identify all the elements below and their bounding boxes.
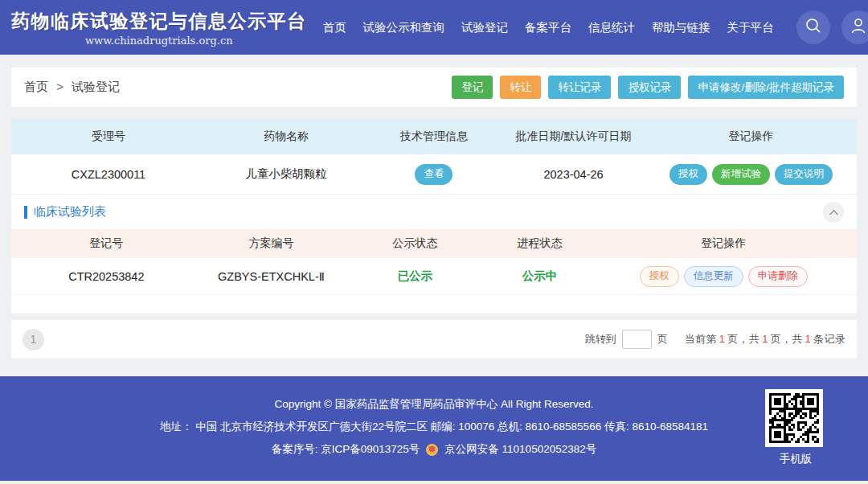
registration-no: CTR20253842 — [11, 270, 202, 283]
progress-status: 公示中 — [489, 269, 590, 284]
breadcrumb-bar: 首页 > 试验登记 登记 转让 转让记录 授权记录 申请修改/删除/批件超期记录 — [11, 68, 857, 107]
column-header: 登记操作 — [591, 236, 857, 251]
column-header: 登记操作 — [645, 129, 857, 144]
column-header: 药物名称 — [206, 129, 366, 144]
site-brand[interactable]: 药物临床试验登记与信息公示平台 www.chinadrugtrials.org.… — [11, 9, 307, 47]
footer-text: Copyright © 国家药品监督管理局药品审评中心 All Right Re… — [0, 376, 868, 461]
top-nav: 首页 试验公示和查询 试验登记 备案平台 信息统计 帮助与链接 关于平台 — [323, 20, 774, 35]
breadcrumb-separator: > — [56, 80, 63, 93]
transfer-records-button[interactable]: 转让记录 — [548, 76, 611, 99]
acceptance-no: CXZL2300011 — [11, 168, 206, 181]
approval-date: 2023-04-26 — [502, 168, 645, 181]
police-filing-number[interactable]: 京公网安备 11010502052382号 — [444, 438, 596, 461]
jump-label: 跳转到 — [585, 332, 616, 347]
column-header: 批准日期/默认许可日期 — [502, 129, 645, 144]
breadcrumb-home[interactable]: 首页 — [24, 80, 48, 93]
chevron-up-icon — [829, 205, 839, 219]
collapse-button[interactable] — [823, 202, 844, 223]
column-header: 登记号 — [11, 236, 202, 251]
search-icon — [805, 17, 822, 38]
publicity-status: 已公示 — [341, 269, 489, 284]
drug-name: 儿童小柴胡颗粒 — [206, 166, 366, 182]
nav-help-links[interactable]: 帮助与链接 — [652, 20, 710, 35]
page: 药物临床试验登记与信息公示平台 www.chinadrugtrials.org.… — [0, 0, 868, 484]
breadcrumb-current: 试验登记 — [72, 80, 120, 93]
summary-text: 当前第 — [685, 333, 717, 345]
header: 药物临床试验登记与信息公示平台 www.chinadrugtrials.org.… — [0, 0, 868, 55]
jump-page-input[interactable] — [622, 330, 652, 349]
police-badge-icon — [426, 444, 438, 456]
column-header: 受理号 — [11, 129, 206, 144]
user-icon — [850, 17, 867, 38]
trial-list-section-header: 临床试验列表 — [11, 195, 857, 229]
address-line: 地址： 中国 北京市经济技术开发区广德大街22号院二区 邮编: 100076 总… — [0, 416, 868, 438]
breadcrumb: 首页 > 试验登记 — [24, 80, 120, 95]
trial-table-header: 登记号 方案编号 公示状态 进程状态 登记操作 — [11, 229, 857, 258]
nav-trial-registration[interactable]: 试验登记 — [461, 20, 508, 35]
qr-code — [765, 389, 823, 447]
nav-about-platform[interactable]: 关于平台 — [727, 20, 774, 35]
user-button[interactable] — [841, 10, 868, 44]
section-title: 临床试验列表 — [34, 204, 106, 219]
page-unit-label: 页 — [657, 332, 668, 347]
mobile-qr-block: 手机版 — [765, 389, 826, 466]
acceptance-table-header: 受理号 药物名称 技术管理信息 批准日期/默认许可日期 登记操作 — [11, 119, 857, 154]
pagination-controls: 跳转到 页 当前第1页，共1页，共1条记录 — [585, 330, 845, 349]
summary-text: 页，共 — [771, 333, 803, 345]
mobile-version-label: 手机版 — [765, 452, 826, 466]
column-header: 方案编号 — [202, 236, 342, 251]
nav-home[interactable]: 首页 — [323, 20, 346, 35]
column-header: 技术管理信息 — [366, 129, 502, 144]
site-title: 药物临床试验登记与信息公示平台 — [11, 9, 307, 34]
request-delete-button[interactable]: 申请删除 — [748, 266, 808, 287]
authorize-button[interactable]: 授权 — [669, 164, 707, 185]
column-header: 公示状态 — [341, 236, 489, 251]
submit-note-button[interactable]: 提交说明 — [775, 164, 833, 185]
page-1-button[interactable]: 1 — [23, 329, 44, 351]
copyright-line: Copyright © 国家药品监督管理局药品审评中心 All Right Re… — [0, 393, 868, 416]
acceptance-actions: 授权 新增试验 提交说明 — [645, 164, 857, 185]
registration-panel: 受理号 药物名称 技术管理信息 批准日期/默认许可日期 登记操作 CXZL230… — [11, 119, 857, 314]
summary-text: 条记录 — [813, 333, 845, 345]
section-accent-bar — [24, 206, 27, 219]
trial-actions: 授权 信息更新 申请删除 — [591, 266, 857, 287]
footer: Copyright © 国家药品监督管理局药品审评中心 All Right Re… — [0, 376, 868, 481]
add-trial-button[interactable]: 新增试验 — [712, 164, 770, 185]
site-url: www.chinadrugtrials.org.cn — [11, 35, 307, 47]
main-content: 首页 > 试验登记 登记 转让 转让记录 授权记录 申请修改/删除/批件超期记录… — [0, 55, 868, 359]
nav-filing-platform[interactable]: 备案平台 — [525, 20, 571, 35]
nav-info-statistics[interactable]: 信息统计 — [588, 20, 635, 35]
filing-line: 备案序号: 京ICP备09013725号 京公网安备 1101050205238… — [0, 438, 868, 461]
auth-records-button[interactable]: 授权记录 — [618, 76, 681, 99]
column-header: 进程状态 — [489, 236, 590, 251]
pagination-bar: 1 跳转到 页 当前第1页，共1页，共1条记录 — [11, 320, 857, 359]
current-page-number: 1 — [719, 333, 726, 345]
icp-number[interactable]: 备案序号: 京ICP备09013725号 — [272, 438, 420, 461]
total-pages-number: 1 — [762, 333, 768, 345]
transfer-button[interactable]: 转让 — [500, 76, 541, 99]
protocol-no: GZBYS-ETXCHKL-Ⅱ — [202, 270, 342, 283]
trial-table-row: CTR20253842 GZBYS-ETXCHKL-Ⅱ 已公示 公示中 授权 信… — [11, 258, 857, 295]
toolbar: 登记 转让 转让记录 授权记录 申请修改/删除/批件超期记录 — [452, 76, 844, 99]
acceptance-table-row: CXZL2300011 儿童小柴胡颗粒 查看 2023-04-26 授权 新增试… — [11, 154, 857, 195]
view-button[interactable]: 查看 — [415, 164, 452, 185]
total-records-number: 1 — [805, 333, 812, 345]
tech-info-cell: 查看 — [366, 164, 502, 185]
search-button[interactable] — [796, 10, 830, 44]
summary-text: 页，共 — [727, 333, 760, 345]
register-button[interactable]: 登记 — [452, 76, 493, 99]
pagination-summary: 当前第1页，共1页，共1条记录 — [685, 332, 845, 347]
nav-trial-publicity-search[interactable]: 试验公示和查询 — [363, 20, 445, 35]
modify-delete-records-button[interactable]: 申请修改/删除/批件超期记录 — [688, 76, 844, 99]
authorize-trial-button[interactable]: 授权 — [640, 266, 679, 287]
update-info-button[interactable]: 信息更新 — [684, 266, 743, 287]
